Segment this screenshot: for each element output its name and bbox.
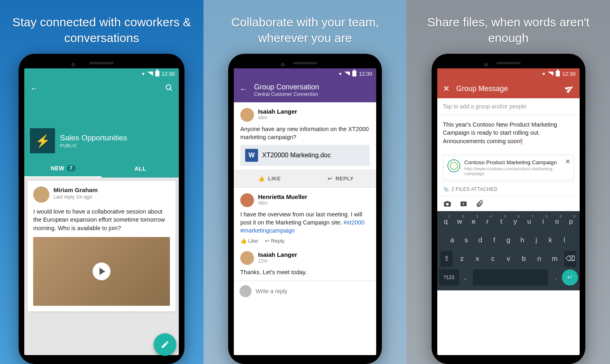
send-icon[interactable] xyxy=(563,83,576,95)
key-s[interactable]: s xyxy=(460,232,472,248)
word-doc-icon: W xyxy=(245,149,258,162)
msg-author: Henrietta Mueller xyxy=(258,193,307,200)
key-i[interactable]: 8i xyxy=(537,214,549,230)
key-a[interactable]: a xyxy=(446,232,458,248)
signal-icon xyxy=(344,72,350,76)
text-cursor xyxy=(522,138,522,145)
back-arrow-icon[interactable]: ← xyxy=(239,85,248,94)
search-icon[interactable] xyxy=(165,84,173,92)
key-f[interactable]: f xyxy=(488,232,500,248)
back-arrow-icon[interactable]: ← xyxy=(30,84,38,93)
enter-key[interactable]: ↵ xyxy=(562,269,578,286)
compose-fab[interactable] xyxy=(154,333,176,355)
shift-key[interactable]: ⇧ xyxy=(441,251,453,267)
close-icon[interactable]: ✕ xyxy=(443,84,450,93)
like-button[interactable]: 👍 Like xyxy=(240,238,258,244)
author-avatar[interactable] xyxy=(240,193,254,207)
conversation[interactable]: Isaiah Langer 48m Anyone have any new in… xyxy=(234,102,376,355)
camera-icon[interactable] xyxy=(443,200,452,208)
video-thumbnail[interactable] xyxy=(33,237,170,306)
signal-icon xyxy=(548,72,553,76)
key-j[interactable]: j xyxy=(530,232,542,248)
recipients-field[interactable]: Tap to add a group and/or people xyxy=(437,98,580,115)
wifi-icon: ▾ xyxy=(339,71,342,77)
reply-button[interactable]: ↩ Reply xyxy=(265,238,284,244)
reply-button[interactable]: ↩ REPLY xyxy=(305,170,376,187)
msg-author: Isaiah Langer xyxy=(258,108,297,115)
video-icon[interactable] xyxy=(459,200,468,208)
clock: 12:30 xyxy=(162,71,175,77)
key-m[interactable]: m xyxy=(549,251,561,267)
key-q[interactable]: 1q xyxy=(440,214,452,230)
message: Henrietta Mueller 48m I have the overvie… xyxy=(234,188,376,248)
like-button[interactable]: 👍 LIKE xyxy=(234,170,305,187)
key-u[interactable]: 7u xyxy=(523,214,535,230)
clock: 12:30 xyxy=(359,71,372,77)
key-v[interactable]: v xyxy=(502,251,515,267)
key-n[interactable]: n xyxy=(533,251,545,267)
tab-new-label: NEW xyxy=(51,165,64,171)
author-avatar[interactable] xyxy=(240,251,254,265)
appbar-subtitle: Central Customer Connection xyxy=(254,91,371,97)
wifi-icon: ▾ xyxy=(542,71,545,77)
key-o[interactable]: 9o xyxy=(551,214,563,230)
author-avatar[interactable] xyxy=(33,186,49,203)
key-e[interactable]: 3e xyxy=(468,214,480,230)
reply-input-bar xyxy=(234,281,376,301)
symbols-key[interactable]: ?123 xyxy=(439,269,459,286)
message-body[interactable]: This year's Contoso New Product Marketin… xyxy=(437,115,580,151)
promo-panel-2: Collaborate with your team, wherever you… xyxy=(203,0,407,364)
key-h[interactable]: h xyxy=(516,232,528,248)
key-x[interactable]: x xyxy=(471,251,483,267)
key-d[interactable]: d xyxy=(474,232,486,248)
signal-icon xyxy=(147,72,153,76)
comma-key[interactable]: , xyxy=(459,269,471,286)
space-key[interactable] xyxy=(473,269,548,286)
link-preview-card[interactable]: Contoso Product Marketing Campaign http:… xyxy=(443,155,574,180)
key-t[interactable]: 5t xyxy=(495,214,507,230)
attachments-summary[interactable]: 📎 2 FILES ATTACHED xyxy=(437,182,580,197)
attach-icon[interactable] xyxy=(475,200,483,208)
key-c[interactable]: c xyxy=(487,251,499,267)
key-r[interactable]: 4r xyxy=(481,214,494,230)
key-k[interactable]: k xyxy=(544,232,557,248)
phone-mock-3: ▾ 12:30 ✕ Group Message Tap to add a gro… xyxy=(432,54,585,364)
msg-author: Isaiah Langer xyxy=(258,251,297,258)
feed-tabs: NEW 7 ALL xyxy=(24,160,179,178)
play-icon[interactable] xyxy=(93,262,110,280)
link-site-icon xyxy=(447,159,460,172)
key-z[interactable]: z xyxy=(456,251,468,267)
author-avatar[interactable] xyxy=(240,108,254,122)
group-avatar-bolt-icon: ⚡ xyxy=(30,128,55,153)
backspace-key[interactable]: ⌫ xyxy=(564,251,576,267)
soft-keyboard: 1q2w3e4r5t6y7u8i9o0p asdfghjkl ⇧ zxcvbnm… xyxy=(437,211,580,290)
reply-input[interactable] xyxy=(256,288,371,294)
tab-all[interactable]: ALL xyxy=(102,160,179,178)
link-title: Contoso Product Marketing Campaign xyxy=(464,159,561,165)
remove-link-icon[interactable]: ✕ xyxy=(565,158,570,165)
tab-new[interactable]: NEW 7 xyxy=(24,160,102,178)
promo-panel-1: Stay connected with coworkers & conversa… xyxy=(0,0,203,364)
key-p[interactable]: 0p xyxy=(565,214,577,230)
app-bar: ✕ Group Message xyxy=(437,79,580,98)
new-count-badge: 7 xyxy=(67,165,75,171)
feed[interactable]: Miriam Graham Last reply 1m ago I would … xyxy=(24,178,179,355)
headline-1: Stay connected with coworkers & conversa… xyxy=(8,14,195,46)
battery-icon xyxy=(352,71,356,76)
key-w[interactable]: 2w xyxy=(453,214,466,230)
msg-body: Thanks. Let's meet today. xyxy=(240,268,370,276)
period-key[interactable]: . xyxy=(550,269,562,286)
post-author: Miriam Graham xyxy=(53,186,97,193)
key-l[interactable]: l xyxy=(558,232,570,248)
battery-icon xyxy=(556,71,560,76)
key-y[interactable]: 6y xyxy=(509,214,521,230)
thumbs-up-icon: 👍 xyxy=(258,176,265,182)
svg-line-1 xyxy=(170,89,172,91)
doc-attachment[interactable]: W XT20000 Marketing.doc xyxy=(240,145,370,166)
paperclip-icon: 📎 xyxy=(443,186,449,192)
post-card[interactable]: Miriam Graham Last reply 1m ago I would … xyxy=(28,181,176,311)
phone-mock-1: ▾ 12:30 ← ⚡ Sales Opportunities PUBLIC xyxy=(19,54,184,364)
key-g[interactable]: g xyxy=(502,232,515,248)
key-b[interactable]: b xyxy=(518,251,530,267)
compose-area: Tap to add a group and/or people This ye… xyxy=(437,98,580,355)
